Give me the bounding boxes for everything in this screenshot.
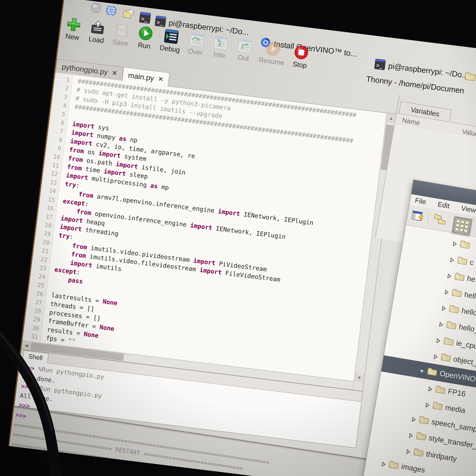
expander-right-icon[interactable]	[380, 460, 387, 467]
toolbar-button-label: Stop	[292, 60, 307, 69]
fm-newtab-icon	[411, 209, 425, 223]
expander-right-icon[interactable]	[405, 448, 412, 454]
menu-file[interactable]: File	[414, 197, 427, 206]
toolbar-button-label: Debug	[159, 44, 180, 54]
run-icon	[138, 25, 153, 41]
save-file-icon	[114, 22, 130, 38]
browser-globe-icon	[105, 5, 117, 17]
code-token: ""	[68, 337, 76, 345]
launcher-app-menu-icon[interactable]	[90, 2, 102, 14]
expander-right-icon[interactable]	[408, 431, 414, 438]
taskbar-button-label: pi@raspberrypi: ~/Do...	[388, 61, 469, 80]
toolbar-button-label: Load	[88, 35, 104, 45]
debug-icon	[163, 29, 179, 44]
step-out-icon	[237, 38, 253, 53]
folder-icon	[416, 431, 427, 441]
folder-icon	[413, 448, 424, 457]
tree-row-label: object_de	[453, 355, 476, 368]
close-icon[interactable]: ✕	[111, 69, 118, 77]
tree-row-label: thirdparty	[425, 450, 458, 463]
step-over-icon	[189, 32, 205, 48]
file-manager-icon	[121, 8, 135, 22]
load-button[interactable]: Load	[87, 19, 107, 45]
out-button: Out	[234, 37, 254, 63]
menu-view[interactable]: View	[460, 204, 476, 215]
code-token	[53, 274, 68, 283]
fm-newtab-button[interactable]	[411, 209, 425, 223]
launcher-browser-globe-icon[interactable]	[105, 5, 117, 17]
launcher-terminal-window-icon[interactable]: >_	[139, 12, 151, 25]
shell-tab-label: Shell	[28, 353, 43, 361]
close-icon[interactable]: ✕	[158, 75, 164, 83]
variables-column-name: Name	[402, 116, 421, 127]
tree-row-label: images	[401, 462, 426, 474]
expander-right-icon[interactable]	[446, 272, 453, 278]
code-token	[62, 206, 77, 215]
terminal-window-icon: >_	[139, 12, 151, 25]
code-token: from	[72, 242, 87, 251]
expander-right-icon[interactable]	[449, 256, 455, 262]
toolbar-button-label: Run	[137, 41, 151, 51]
load-file-icon	[90, 19, 106, 35]
svg-text:>_: >_	[376, 62, 383, 69]
expander-right-icon[interactable]	[452, 240, 458, 246]
menu-edit[interactable]: Edit	[437, 200, 450, 210]
code-token: :	[69, 233, 74, 240]
code-token: :	[76, 182, 80, 189]
code-token: as	[119, 135, 127, 143]
code-token: None	[84, 330, 99, 339]
toolbar-button-label: Out	[237, 53, 249, 63]
expander-right-icon[interactable]	[441, 304, 447, 311]
tree-row-label: hello_	[461, 306, 476, 318]
folder-tree: chehellhello_hello_rie_cpu_eobject_deOpe…	[359, 225, 476, 476]
expander-right-icon[interactable]	[432, 353, 439, 359]
shell-prompt: >>>	[18, 401, 30, 410]
step-into-icon	[213, 35, 229, 51]
launcher-file-manager-icon[interactable]	[121, 8, 135, 22]
toolbar-button-label: Resume	[258, 56, 285, 67]
run-button[interactable]: Run	[135, 25, 155, 51]
folder-icon	[435, 385, 446, 394]
toolbar-separator	[427, 214, 429, 223]
folder-icon	[388, 460, 400, 470]
folder-icon	[432, 401, 443, 411]
stop-icon	[293, 45, 309, 60]
code-token: from	[69, 146, 85, 155]
debug-button[interactable]: Debug	[159, 28, 182, 54]
tree-row-label: he	[467, 274, 476, 284]
tree-row-label: hell	[464, 290, 476, 300]
code-area[interactable]: ########################################…	[39, 75, 397, 391]
code-editor: 1234567891011121314151617181920212223242…	[21, 72, 397, 391]
expander-right-icon[interactable]	[438, 320, 444, 327]
expander-right-icon[interactable]	[435, 336, 442, 343]
expander-right-icon[interactable]	[427, 385, 434, 391]
folder-icon	[459, 240, 471, 249]
code-token: from	[76, 208, 92, 217]
code-token: sys	[94, 123, 110, 132]
expander-right-icon[interactable]	[424, 401, 431, 408]
expander-right-icon[interactable]	[443, 288, 450, 294]
code-token	[56, 249, 72, 257]
scroll-left-icon[interactable]: ◀	[22, 341, 31, 350]
stop-button[interactable]: Stop	[291, 44, 311, 70]
folder-icon	[446, 320, 457, 330]
folder-icon	[426, 367, 438, 376]
taskbar-button[interactable]	[464, 71, 476, 83]
save-button: Save	[111, 22, 131, 48]
tree-row-label: hello_r	[458, 323, 476, 334]
tree-row-label: media	[444, 403, 466, 415]
expander-right-icon[interactable]	[410, 415, 417, 422]
new-button[interactable]: New	[63, 17, 83, 42]
resume-icon	[265, 41, 281, 57]
folder-icon	[457, 256, 468, 266]
code-token: try	[65, 180, 77, 189]
code-token: None	[99, 323, 115, 332]
code-token	[55, 257, 71, 266]
shell-prompt: >>>	[23, 363, 39, 373]
code-token: from	[71, 251, 86, 259]
tab-label: pythongpio.py	[61, 63, 108, 76]
app-menu-icon	[90, 2, 102, 14]
code-token: try	[58, 232, 70, 240]
expander-down-icon[interactable]	[419, 367, 425, 373]
fm-folders-button[interactable]	[432, 213, 447, 226]
